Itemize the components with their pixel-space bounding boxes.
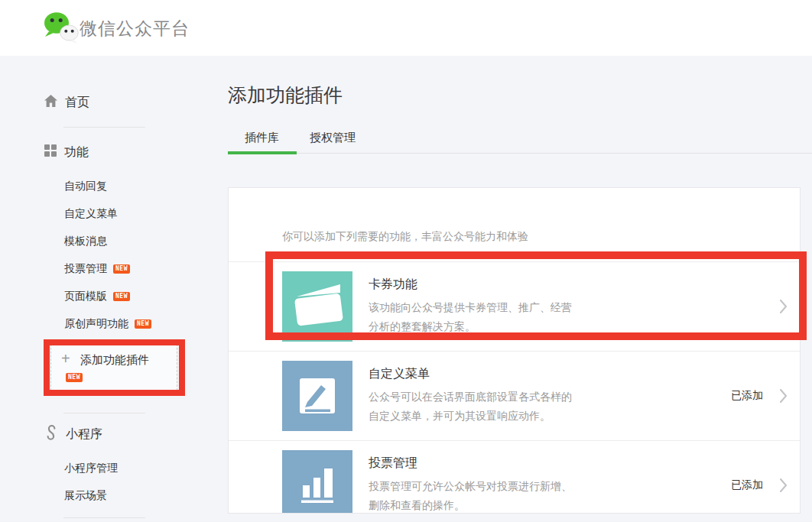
sidebar-item-label: 模板消息	[64, 235, 107, 248]
sidebar-item-custom-menu[interactable]: 自定义菜单	[64, 207, 118, 221]
sidebar-item-original-statement[interactable]: 原创声明功能 NEW	[64, 317, 151, 331]
sidebar-item-label: 小程序	[66, 426, 102, 443]
tab-plugin-library[interactable]: 插件库	[245, 131, 279, 145]
sidebar-item-function[interactable]: 功能	[44, 144, 89, 160]
sidebar-item-label: 原创声明功能	[64, 317, 128, 331]
plugin-row-custom-menu[interactable]: 自定义菜单 公众号可以在会话界面底部设置各式各样的 自定义菜单，并可为其设置响应…	[229, 351, 800, 440]
plugin-description: 投票管理可允许公众帐号对投票进行新增、 删除和查看的操作。	[369, 477, 731, 514]
grid-icon	[44, 144, 57, 160]
status-added: 已添加	[731, 478, 763, 492]
tab-active-indicator	[228, 151, 297, 154]
sidebar-item-template-message[interactable]: 模板消息	[64, 235, 107, 248]
sidebar-divider	[63, 127, 145, 128]
plugin-text: 投票管理 投票管理可允许公众帐号对投票进行新增、 删除和查看的操作。	[369, 456, 731, 514]
sidebar-item-label: 功能	[64, 144, 89, 160]
sidebar-item-label: 自动回复	[64, 180, 107, 193]
sidebar-item-label: 首页	[65, 95, 89, 111]
tab-underline-track	[228, 153, 812, 154]
tab-authorization-management[interactable]: 授权管理	[310, 131, 356, 145]
plugin-library-card: 你可以添加下列需要的功能，丰富公众号能力和体验 卡券功能 该功能向公众号提供卡券…	[228, 187, 801, 514]
sidebar-divider	[63, 517, 145, 518]
plugin-description-line: 删除和查看的操作。	[369, 496, 731, 514]
plugin-description: 公众号可以在会话界面底部设置各式各样的 自定义菜单，并可为其设置响应动作。	[369, 387, 731, 426]
intro-text: 你可以添加下列需要的功能，丰富公众号能力和体验	[282, 230, 800, 245]
home-icon	[44, 94, 58, 112]
new-badge: NEW	[113, 292, 130, 301]
page-title: 添加功能插件	[228, 83, 343, 108]
sidebar-item-vote-management[interactable]: 投票管理 NEW	[64, 262, 130, 276]
status-added: 已添加	[731, 389, 763, 403]
top-header: 微信公众平台	[0, 0, 812, 56]
plugin-description-line: 公众号可以在会话界面底部设置各式各样的	[369, 387, 731, 407]
sidebar: 首页 功能 自动回复 自定义菜单 模板消息 投票管理 NEW	[0, 55, 228, 522]
annotation-box-card-coupon-row	[265, 251, 807, 340]
sidebar-divider	[63, 413, 145, 413]
sidebar-item-home[interactable]: 首页	[44, 94, 89, 112]
sidebar-item-page-template[interactable]: 页面模版 NEW	[64, 290, 130, 303]
platform-title: 微信公众平台	[80, 17, 190, 41]
sidebar-item-auto-reply[interactable]: 自动回复	[64, 180, 107, 193]
sidebar-item-label: 小程序管理	[64, 462, 118, 475]
chevron-right-icon	[780, 389, 788, 403]
sidebar-item-miniprogram-management[interactable]: 小程序管理	[64, 462, 118, 475]
sidebar-item-label: 自定义菜单	[64, 207, 118, 221]
annotation-box-sidebar-add-plugin	[44, 339, 185, 396]
sidebar-item-label: 页面模版	[64, 290, 107, 303]
page: 微信公众平台 首页 功能 自动回复 自定义菜单	[0, 0, 812, 522]
wechat-logo-icon	[42, 10, 80, 48]
plugin-row-vote-management[interactable]: 投票管理 投票管理可允许公众帐号对投票进行新增、 删除和查看的操作。 已添加	[229, 440, 800, 514]
new-badge: NEW	[113, 264, 130, 274]
plugin-description-line: 自定义菜单，并可为其设置响应动作。	[369, 407, 731, 426]
custom-menu-pencil-icon	[282, 361, 352, 431]
chevron-right-icon	[780, 478, 788, 492]
vote-bar-chart-icon	[282, 450, 352, 514]
sidebar-item-display-scene[interactable]: 展示场景	[64, 489, 107, 503]
plugin-name: 自定义菜单	[369, 366, 731, 382]
plugin-text: 自定义菜单 公众号可以在会话界面底部设置各式各样的 自定义菜单，并可为其设置响应…	[369, 366, 731, 426]
sidebar-item-miniprogram[interactable]: 小程序	[44, 425, 102, 444]
plugin-name: 投票管理	[369, 456, 731, 472]
sidebar-item-label: 投票管理	[64, 262, 107, 276]
new-badge: NEW	[135, 319, 151, 329]
plugin-description-line: 投票管理可允许公众帐号对投票进行新增、	[369, 477, 731, 496]
miniprogram-s-icon	[44, 425, 59, 444]
sidebar-item-label: 展示场景	[64, 489, 107, 503]
